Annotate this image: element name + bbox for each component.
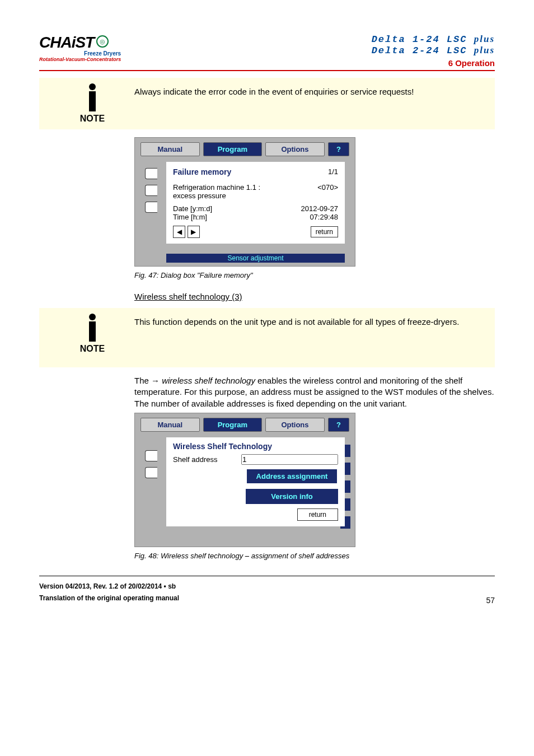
page-footer: Version 04/2013, Rev. 1.2 of 20/02/2014 … bbox=[39, 576, 495, 605]
tab-bar: Manual Program Options ? bbox=[135, 138, 355, 156]
para-term: wireless shelf technology bbox=[162, 376, 255, 385]
wst-paragraph: The → wireless shelf technology enables … bbox=[134, 375, 495, 409]
note-block-2: NOTE This function depends on the unit t… bbox=[39, 308, 495, 367]
tab-manual[interactable]: Manual bbox=[140, 418, 200, 432]
logo-swirl-icon: ◎ bbox=[96, 35, 109, 48]
logo-text: CHAiST bbox=[39, 34, 94, 52]
note-label: NOTE bbox=[80, 114, 105, 124]
logo-sub1: Freeze Dryers bbox=[39, 50, 121, 57]
page-header: CHAiST ◎ Freeze Dryers Rotational-Vacuum… bbox=[39, 34, 495, 71]
version-info-button[interactable]: Version info bbox=[246, 489, 338, 504]
tab-help[interactable]: ? bbox=[328, 142, 349, 156]
next-arrow-button[interactable]: ▶ bbox=[188, 226, 200, 238]
title-line1-plus: plus bbox=[474, 34, 495, 44]
note-text-1: Always indicate the error code in the ev… bbox=[134, 83, 414, 97]
title-line2: Delta 2-24 LSC bbox=[372, 45, 474, 56]
footer-translation: Translation of the original operating ma… bbox=[39, 592, 179, 605]
return-button[interactable]: return bbox=[297, 508, 338, 521]
time-value: 07:29:48 bbox=[310, 213, 338, 221]
shelf-address-input[interactable] bbox=[241, 454, 338, 465]
info-icon bbox=[89, 314, 96, 320]
side-tabs-left bbox=[145, 168, 157, 213]
logo-sub2: Rotational-Vacuum-Concentrators bbox=[39, 57, 121, 62]
date-label: Date [y:m:d] bbox=[173, 204, 212, 213]
panel-title: Failure memory bbox=[173, 167, 231, 176]
page-number: 57 bbox=[486, 596, 495, 605]
sensor-adjustment-strip[interactable]: Sensor adjustment bbox=[166, 254, 345, 263]
info-icon bbox=[89, 83, 96, 90]
failure-memory-panel: Failure memory 1/1 Refrigeration machine… bbox=[166, 162, 345, 244]
side-tabs-left bbox=[145, 450, 157, 478]
note-block-1: NOTE Always indicate the error code in t… bbox=[39, 78, 495, 129]
title-block: Delta 1-24 LSC plus Delta 2-24 LSC plus … bbox=[372, 34, 495, 68]
return-button[interactable]: return bbox=[311, 226, 338, 237]
wst-heading: Wireless shelf technology (3) bbox=[134, 292, 495, 301]
tab-manual[interactable]: Manual bbox=[140, 142, 200, 156]
info-icon-bar bbox=[89, 91, 96, 111]
tab-program[interactable]: Program bbox=[203, 142, 263, 156]
section-heading: 6 Operation bbox=[372, 58, 495, 68]
para-prefix: The → bbox=[134, 376, 162, 385]
panel-title: Wireless Shelf Technology bbox=[173, 442, 338, 451]
address-assignment-button[interactable]: Address assignment bbox=[246, 468, 338, 484]
tab-help[interactable]: ? bbox=[328, 418, 349, 432]
logo-block: CHAiST ◎ Freeze Dryers Rotational-Vacuum… bbox=[39, 34, 121, 62]
failure-entry-label: Refrigeration machine 1.1 : excess press… bbox=[173, 183, 260, 200]
title-line2-plus: plus bbox=[474, 45, 495, 55]
panel-page: 1/1 bbox=[328, 167, 338, 180]
figure-48-caption: Fig. 48: Wireless shelf technology – ass… bbox=[134, 552, 495, 560]
wst-dialog: Manual Program Options ? Wireless Shelf … bbox=[134, 413, 355, 547]
note-label: NOTE bbox=[80, 344, 105, 354]
footer-version: Version 04/2013, Rev. 1.2 of 20/02/2014 … bbox=[39, 581, 179, 593]
tab-options[interactable]: Options bbox=[265, 418, 325, 432]
date-value: 2012-09-27 bbox=[301, 204, 339, 213]
time-label: Time [h:m] bbox=[173, 213, 207, 221]
note-text-2: This function depends on the unit type a… bbox=[134, 314, 459, 328]
wst-panel: Wireless Shelf Technology Shelf address … bbox=[166, 437, 345, 526]
failure-memory-dialog: Manual Program Options ? Failure memory … bbox=[134, 137, 355, 267]
tab-program[interactable]: Program bbox=[203, 418, 263, 432]
failure-entry-code: <070> bbox=[317, 183, 338, 200]
shelf-address-label: Shelf address bbox=[173, 455, 218, 464]
figure-47-caption: Fig. 47: Dialog box "Failure memory" bbox=[134, 271, 495, 279]
title-line1: Delta 1-24 LSC bbox=[372, 34, 474, 45]
prev-arrow-button[interactable]: ◀ bbox=[173, 226, 185, 238]
tab-options[interactable]: Options bbox=[265, 142, 325, 156]
info-icon-bar bbox=[89, 321, 96, 342]
